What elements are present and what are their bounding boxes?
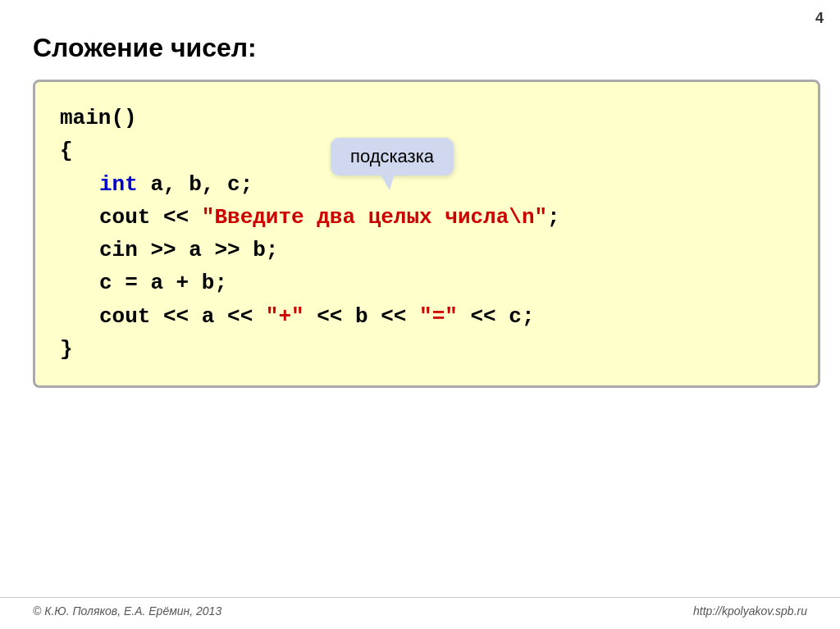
slide: 4 Сложение чисел: подсказка main() { int…	[0, 0, 840, 629]
code-line-5: cin >> a >> b;	[60, 234, 793, 267]
code-line-8: }	[60, 333, 793, 366]
code-block: подсказка main() { int a, b, c; cout << …	[33, 80, 820, 388]
code-line-6: c = a + b;	[60, 267, 793, 299]
string-literal-3: "="	[419, 304, 458, 329]
tooltip-label: подсказка	[350, 146, 434, 166]
code-line-1: main()	[60, 102, 793, 134]
footer: © К.Ю. Поляков, Е.А. Ерёмин, 2013 http:/…	[0, 597, 840, 618]
footer-copyright: © К.Ю. Поляков, Е.А. Ерёмин, 2013	[33, 604, 221, 618]
code-line-4: cout << "Введите два целых числа\n";	[60, 201, 793, 234]
string-literal-2: "+"	[266, 304, 304, 329]
string-literal-1: "Введите два целых числа\n"	[202, 205, 547, 230]
code-line-7: cout << a << "+" << b << "=" << c;	[60, 300, 793, 333]
keyword-int: int	[99, 172, 138, 197]
footer-url: http://kpolyakov.spb.ru	[693, 604, 807, 618]
page-number: 4	[815, 10, 824, 27]
slide-title: Сложение чисел:	[33, 33, 807, 63]
tooltip-bubble: подсказка	[331, 138, 454, 175]
